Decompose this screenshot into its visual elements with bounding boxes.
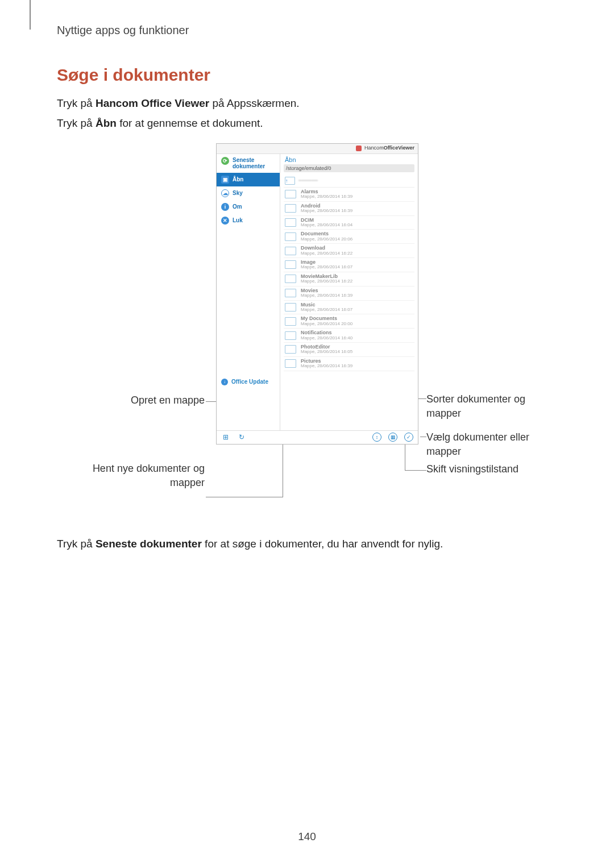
folder-date: Mappe, 28/06/2014 16:39 — [301, 364, 352, 368]
folder-row[interactable]: AlarmsMappe, 28/06/2014 16:39 — [284, 188, 414, 202]
folder-row[interactable]: My DocumentsMappe, 28/06/2014 20:00 — [284, 314, 414, 329]
annotated-figure: Opret en mappe Hent nye dokumenter og ma… — [57, 143, 557, 518]
refresh-icon[interactable]: ↻ — [237, 433, 246, 442]
p3-bold: Seneste dokumenter — [96, 538, 202, 550]
sidebar-item-about[interactable]: i Om — [217, 200, 280, 214]
folder-date: Mappe, 28/06/2014 16:40 — [301, 336, 352, 340]
panel-title: Åbn — [280, 154, 418, 164]
screenshot-titlebar: HancomOfficeViewer — [217, 144, 418, 154]
brand-suffix: OfficeViewer — [384, 145, 414, 151]
leader-line — [206, 497, 283, 497]
sidebar-label-close: Luk — [233, 217, 243, 223]
leader-line — [405, 440, 405, 471]
sidebar-label-recent: Seneste dokumenter — [233, 157, 275, 170]
callout-view-mode: Skift visningstilstand — [426, 463, 518, 475]
callout-select: Vælg dokumenter eller mapper — [426, 430, 557, 459]
folder-date: Mappe, 28/06/2014 16:39 — [301, 194, 352, 199]
folder-row[interactable]: ImageMappe, 28/06/2014 16:07 — [284, 258, 414, 272]
paragraph-2: Tryk på Åbn for at gennemse et dokument. — [57, 115, 557, 131]
folder-row[interactable]: DCIMMappe, 28/06/2014 16:04 — [284, 216, 414, 230]
p1-suffix: på Appsskærmen. — [209, 97, 299, 109]
breadcrumb-path[interactable]: /storage/emulated/0 — [284, 164, 414, 172]
p1-prefix: Tryk på — [57, 97, 96, 109]
sidebar-label-sky: Sky — [233, 190, 243, 196]
sidebar-item-open[interactable]: ▣ Åbn — [217, 173, 280, 186]
folder-date: Mappe, 28/06/2014 16:05 — [301, 350, 352, 354]
sidebar-item-recent[interactable]: ⟳ Seneste dokumenter — [217, 154, 280, 173]
folder-row[interactable]: DownloadMappe, 28/06/2014 16:22 — [284, 244, 414, 258]
p2-suffix: for at gennemse et dokument. — [117, 117, 263, 129]
folder-date: Mappe, 28/06/2014 16:22 — [301, 251, 352, 256]
folder-date: Mappe, 28/06/2014 20:06 — [301, 237, 352, 242]
sidebar-item-update[interactable]: ↓ Office Update — [217, 375, 280, 389]
close-icon: ✕ — [221, 217, 229, 225]
cloud-icon: ☁ — [221, 189, 229, 197]
folder-icon — [285, 289, 296, 297]
select-icon[interactable]: ✓ — [404, 433, 413, 442]
callout-sort: Sorter dokumenter og mapper — [426, 392, 557, 421]
folder-icon — [285, 331, 296, 340]
update-icon: ↓ — [221, 379, 228, 385]
brand-name: Hancom — [364, 145, 384, 151]
arrow-up-icon: ↑ — [285, 178, 288, 184]
p3-prefix: Tryk på — [57, 538, 96, 550]
paragraph-3: Tryk på Seneste dokumenter for at søge i… — [57, 535, 557, 552]
running-header: Nyttige apps og funktioner — [57, 24, 557, 37]
folder-date: Mappe, 28/06/2014 16:07 — [301, 265, 352, 269]
folder-row[interactable]: NotificationsMappe, 28/06/2014 16:40 — [284, 329, 414, 343]
folder-icon — [285, 345, 296, 354]
folder-icon — [285, 303, 296, 312]
folder-icon — [285, 204, 296, 213]
folder-icon — [285, 232, 296, 241]
folder-row[interactable]: PicturesMappe, 28/06/2014 16:39 — [284, 357, 414, 371]
view-mode-icon[interactable]: ▦ — [388, 433, 397, 442]
sort-icon[interactable]: ↕ — [372, 433, 381, 442]
toolbar: ⊞ ↻ ↕ ▦ ✓ — [217, 430, 418, 444]
callout-create-folder: Opret en mappe — [131, 394, 205, 406]
folder-row[interactable]: MovieMakerLibMappe, 28/06/2014 16:22 — [284, 272, 414, 286]
p2-prefix: Tryk på — [57, 117, 96, 129]
folder-icon — [285, 359, 296, 368]
folder-icon — [285, 247, 296, 255]
folder-icon — [285, 190, 296, 198]
parent-dir-label: ────── — [298, 178, 318, 183]
folder-icon — [285, 218, 296, 227]
parent-dir-row[interactable]: ↑ ────── — [284, 175, 414, 188]
page-margin-line — [30, 0, 31, 30]
sidebar: ⟳ Seneste dokumenter ▣ Åbn ☁ Sky i Om — [217, 154, 280, 430]
info-icon: i — [221, 203, 229, 211]
sidebar-item-sky[interactable]: ☁ Sky — [217, 186, 280, 200]
page-number: 140 — [0, 830, 614, 843]
folder-icon — [285, 275, 296, 283]
main-panel: Åbn /storage/emulated/0 ↑ ────── AlarmsM… — [280, 154, 418, 430]
folder-row[interactable]: DocumentsMappe, 28/06/2014 20:06 — [284, 230, 414, 244]
folder-date: Mappe, 28/06/2014 16:39 — [301, 209, 352, 213]
clock-icon: ⟳ — [221, 157, 229, 165]
sidebar-label-open: Åbn — [233, 176, 243, 182]
leader-line — [206, 401, 216, 402]
leader-line — [405, 470, 426, 471]
file-list[interactable]: ↑ ────── AlarmsMappe, 28/06/2014 16:39An… — [280, 175, 418, 430]
section-heading: Søge i dokumenter — [57, 65, 557, 85]
p2-bold: Åbn — [96, 117, 117, 129]
folder-icon: ↑ — [285, 177, 295, 185]
sidebar-item-close[interactable]: ✕ Luk — [217, 214, 280, 227]
leader-line — [283, 441, 283, 497]
folder-row[interactable]: PhotoEditorMappe, 28/06/2014 16:05 — [284, 343, 414, 357]
folder-date: Mappe, 28/06/2014 16:39 — [301, 293, 352, 298]
p3-suffix: for at søge i dokumenter, du har anvendt… — [202, 538, 443, 550]
folder-date: Mappe, 28/06/2014 16:22 — [301, 279, 352, 284]
folder-row[interactable]: MoviesMappe, 28/06/2014 16:39 — [284, 286, 414, 301]
leader-line — [420, 437, 426, 437]
folder-row[interactable]: MusicMappe, 28/06/2014 16:07 — [284, 301, 414, 315]
folder-icon — [285, 317, 296, 326]
folder-date: Mappe, 28/06/2014 16:04 — [301, 223, 352, 227]
paragraph-1: Tryk på Hancom Office Viewer på Appsskær… — [57, 95, 557, 111]
folder-row[interactable]: AndroidMappe, 28/06/2014 16:39 — [284, 202, 414, 216]
new-folder-icon[interactable]: ⊞ — [221, 433, 230, 442]
folder-icon — [285, 260, 296, 269]
folder-date: Mappe, 28/06/2014 16:07 — [301, 308, 352, 312]
sidebar-label-about: Om — [233, 203, 242, 210]
callout-refresh: Hent nye dokumenter og mapper — [57, 462, 205, 490]
p1-bold: Hancom Office Viewer — [96, 97, 209, 109]
